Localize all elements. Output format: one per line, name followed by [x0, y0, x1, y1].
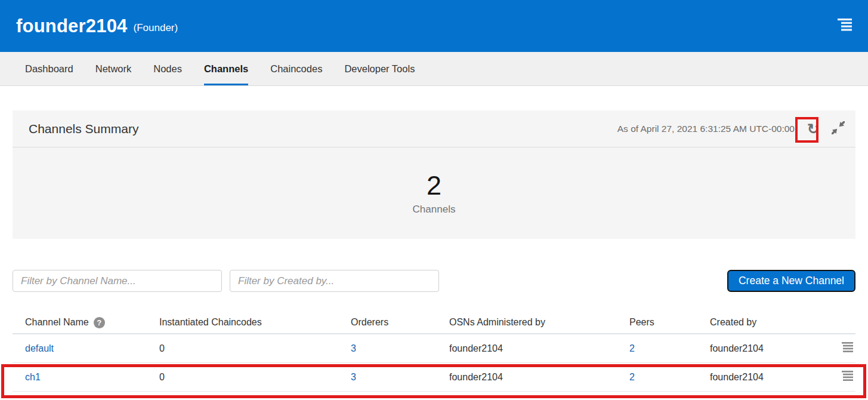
create-new-channel-button[interactable]: Create a New Channel: [727, 270, 855, 292]
cell-created-by: founder2104: [710, 372, 829, 383]
tab-chaincodes[interactable]: Chaincodes: [270, 52, 322, 85]
app-header: founder2104 (Founder): [0, 0, 868, 52]
table-row-default: default 0 3 founder2104 2 founder2104: [13, 334, 855, 363]
tab-bar: Dashboard Network Nodes Channels Chainco…: [0, 52, 868, 86]
orderers-link[interactable]: 3: [351, 372, 449, 383]
column-orderers: Orderers: [351, 317, 449, 328]
tab-channels[interactable]: Channels: [204, 52, 248, 85]
tab-network[interactable]: Network: [95, 52, 132, 85]
as-of-timestamp: As of April 27, 2021 6:31:25 AM UTC-00:0…: [617, 124, 795, 134]
channels-summary-panel: Channels Summary As of April 27, 2021 6:…: [13, 110, 855, 239]
app-subtitle: (Founder): [134, 22, 178, 34]
channels-table: Channel Name ? Instantiated Chaincodes O…: [13, 312, 855, 392]
collapse-icon: [832, 121, 845, 137]
collapse-button[interactable]: [829, 120, 847, 138]
app-title: founder2104: [16, 16, 128, 37]
column-channel-name-label: Channel Name: [25, 317, 89, 328]
channels-summary-body: 2 Channels: [13, 147, 855, 239]
table-row-ch1: ch1 0 3 founder2104 2 founder2104: [13, 363, 855, 392]
peers-link[interactable]: 2: [629, 343, 710, 354]
panel-title: Channels Summary: [29, 122, 138, 136]
row-menu-icon: [842, 342, 853, 355]
channels-count: 2: [427, 171, 441, 201]
row-menu-button[interactable]: [829, 342, 855, 355]
channel-link-default[interactable]: default: [25, 343, 159, 354]
channels-summary-header: Channels Summary As of April 27, 2021 6:…: [13, 110, 855, 147]
refresh-icon: ↻: [807, 122, 819, 136]
peers-link[interactable]: 2: [629, 372, 710, 383]
column-channel-name: Channel Name ?: [25, 317, 159, 328]
cell-created-by: founder2104: [710, 343, 829, 354]
help-icon[interactable]: ?: [94, 317, 105, 328]
channel-link-ch1[interactable]: ch1: [25, 372, 159, 383]
cell-instantiated-chaincodes: 0: [159, 343, 351, 354]
orderers-link[interactable]: 3: [351, 343, 449, 354]
tab-dashboard[interactable]: Dashboard: [25, 52, 73, 85]
hamburger-icon: [838, 19, 852, 33]
column-osns-administered-by: OSNs Administered by: [449, 317, 629, 328]
column-created-by: Created by: [710, 317, 829, 328]
row-menu-icon: [842, 371, 853, 383]
column-peers: Peers: [629, 317, 710, 328]
filter-created-by-input[interactable]: [230, 270, 439, 292]
filter-channel-name-input[interactable]: [13, 270, 222, 292]
column-instantiated-chaincodes: Instantiated Chaincodes: [159, 317, 351, 328]
cell-osns: founder2104: [449, 343, 629, 354]
table-header-row: Channel Name ? Instantiated Chaincodes O…: [13, 312, 855, 334]
tab-nodes[interactable]: Nodes: [153, 52, 182, 85]
panel-tools: As of April 27, 2021 6:31:25 AM UTC-00:0…: [617, 120, 847, 138]
header-menu-button[interactable]: [838, 19, 852, 33]
channels-count-label: Channels: [413, 204, 456, 216]
cell-osns: founder2104: [449, 372, 629, 383]
tab-developer-tools[interactable]: Developer Tools: [344, 52, 415, 85]
cell-instantiated-chaincodes: 0: [159, 372, 351, 383]
filter-row: Create a New Channel: [13, 270, 855, 292]
refresh-button[interactable]: ↻: [804, 120, 822, 138]
row-menu-button[interactable]: [829, 371, 855, 383]
